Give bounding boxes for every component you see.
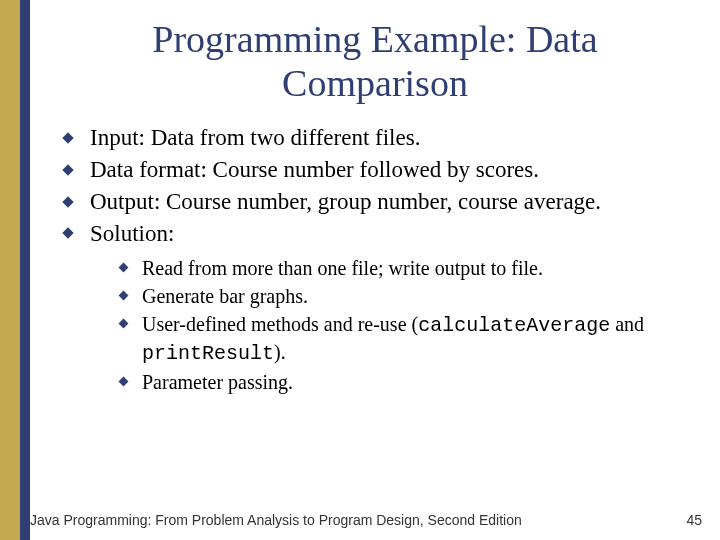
bullet-text: Input: Data from two different files. bbox=[90, 125, 420, 150]
bullet-text: Generate bar graphs. bbox=[142, 285, 308, 307]
bullet-text-suffix: ). bbox=[274, 341, 286, 363]
list-item: Generate bar graphs. bbox=[118, 283, 692, 309]
code-text: calculateAverage bbox=[418, 314, 610, 337]
bullet-text: Data format: Course number followed by s… bbox=[90, 157, 539, 182]
accent-bar-gold bbox=[0, 0, 20, 540]
sub-bullet-list: Read from more than one file; write outp… bbox=[118, 255, 692, 395]
list-item: Parameter passing. bbox=[118, 369, 692, 395]
bullet-text: Solution: bbox=[90, 221, 174, 246]
list-item: Read from more than one file; write outp… bbox=[118, 255, 692, 281]
list-item: Data format: Course number followed by s… bbox=[62, 155, 692, 185]
bullet-text: Read from more than one file; write outp… bbox=[142, 257, 543, 279]
bullet-list: Input: Data from two different files. Da… bbox=[58, 123, 692, 395]
bullet-text: Parameter passing. bbox=[142, 371, 293, 393]
list-item: Solution: Read from more than one file; … bbox=[62, 219, 692, 395]
list-item: Output: Course number, group number, cou… bbox=[62, 187, 692, 217]
list-item: Input: Data from two different files. bbox=[62, 123, 692, 153]
code-text: printResult bbox=[142, 342, 274, 365]
bullet-text-mid: and bbox=[610, 313, 644, 335]
page-number: 45 bbox=[686, 512, 702, 528]
slide-title: Programming Example: Data Comparison bbox=[58, 18, 692, 105]
slide-content: Programming Example: Data Comparison Inp… bbox=[30, 0, 720, 540]
bullet-text-prefix: User-defined methods and re-use ( bbox=[142, 313, 418, 335]
footer-text: Java Programming: From Problem Analysis … bbox=[30, 512, 710, 528]
bullet-text: Output: Course number, group number, cou… bbox=[90, 189, 601, 214]
accent-bar-navy bbox=[20, 0, 30, 540]
list-item: User-defined methods and re-use (calcula… bbox=[118, 311, 692, 367]
